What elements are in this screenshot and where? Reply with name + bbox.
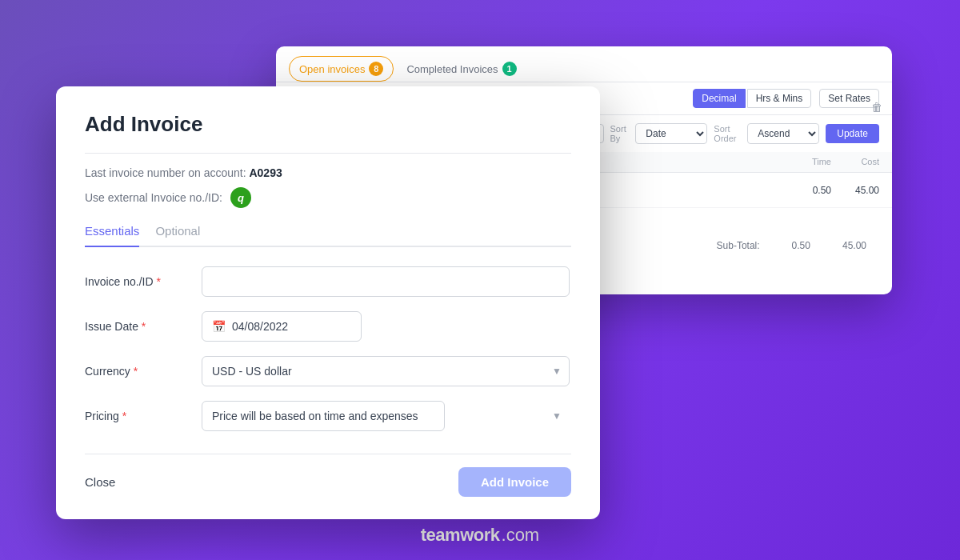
last-invoice-info: Last invoice number on account: A0293: [85, 166, 571, 179]
modal-footer: Close Add Invoice: [85, 454, 571, 497]
tab-completed-label: Completed Invoices: [406, 63, 498, 75]
tab-optional[interactable]: Optional: [155, 224, 200, 247]
pricing-required: *: [122, 410, 126, 422]
pricing-row: Pricing * Price will be based on time an…: [85, 401, 571, 431]
invoice-no-row: Invoice no./ID *: [85, 266, 571, 297]
quickbooks-logo[interactable]: q: [230, 187, 251, 208]
external-invoice-row: Use external Invoice no./ID: q: [85, 187, 571, 208]
add-invoice-button[interactable]: Add Invoice: [458, 467, 571, 497]
brand-name: teamwork: [421, 525, 500, 546]
open-invoices-badge: 8: [369, 62, 383, 76]
set-rates-button[interactable]: Set Rates: [819, 89, 879, 108]
sort-by-label: Sort By: [610, 124, 630, 143]
currency-label: Currency *: [85, 365, 189, 378]
row-cost: 45.00: [831, 185, 879, 196]
issue-date-row: Issue Date * 📅 04/08/2022: [85, 311, 571, 342]
hrs-mins-button[interactable]: Hrs & Mins: [747, 89, 812, 108]
completed-invoices-badge: 1: [502, 62, 517, 76]
currency-select[interactable]: USD - US dollar EUR - Euro GBP - British…: [202, 356, 570, 386]
col-cost: Cost: [831, 157, 879, 167]
invoice-no-required: *: [157, 275, 161, 288]
sort-by-select[interactable]: Date: [635, 123, 707, 144]
issue-date-required: *: [142, 320, 146, 333]
subtotal-label: Sub-Total:: [717, 240, 760, 251]
currency-required: *: [134, 365, 138, 378]
close-button[interactable]: Close: [85, 475, 115, 489]
calendar-icon: 📅: [212, 320, 226, 333]
subtotal-time: 0.50: [792, 240, 810, 251]
invoice-no-label: Invoice no./ID *: [85, 275, 189, 288]
external-invoice-label: Use external Invoice no./ID:: [85, 191, 222, 204]
invoice-no-input[interactable]: [202, 266, 570, 297]
issue-date-label: Issue Date *: [85, 320, 189, 333]
format-buttons: Decimal Hrs & Mins: [693, 89, 811, 108]
sort-order-label: Sort Order: [714, 124, 741, 143]
tab-essentials[interactable]: Essentials: [85, 224, 139, 247]
invoices-tabs: Open invoices 8 Completed Invoices 1: [276, 46, 892, 82]
update-button[interactable]: Update: [826, 124, 879, 143]
form-tabs: Essentials Optional: [85, 224, 571, 247]
pricing-chevron-icon: ▼: [552, 410, 562, 422]
row-time: 0.50: [775, 185, 831, 196]
issue-date-value: 04/08/2022: [232, 320, 288, 333]
tab-completed-invoices[interactable]: Completed Invoices 1: [397, 57, 526, 81]
last-invoice-text: Last invoice number on account:: [85, 166, 246, 179]
modal-title: Add Invoice: [85, 112, 571, 137]
decimal-button[interactable]: Decimal: [693, 89, 745, 108]
last-invoice-number: A0293: [249, 166, 282, 179]
brand-footer: teamwork .com: [421, 525, 539, 546]
col-time: Time: [775, 157, 831, 167]
add-invoice-modal: Add Invoice Last invoice number on accou…: [56, 86, 600, 519]
tab-open-invoices[interactable]: Open invoices 8: [289, 56, 394, 82]
divider-1: [85, 153, 571, 154]
pricing-select-wrap: Price will be based on time and expenses…: [202, 401, 570, 431]
pricing-select[interactable]: Price will be based on time and expenses…: [202, 401, 445, 431]
delete-invoice-icon[interactable]: 🗑: [871, 101, 882, 114]
issue-date-field[interactable]: 📅 04/08/2022: [202, 311, 362, 342]
pricing-label: Pricing *: [85, 410, 189, 422]
tab-open-label: Open invoices: [299, 63, 365, 75]
currency-select-wrap: USD - US dollar EUR - Euro GBP - British…: [202, 356, 570, 386]
sort-order-select[interactable]: Ascending: [747, 123, 819, 144]
brand-domain: .com: [502, 525, 540, 546]
subtotal-cost: 45.00: [842, 240, 866, 251]
currency-row: Currency * USD - US dollar EUR - Euro GB…: [85, 356, 571, 386]
